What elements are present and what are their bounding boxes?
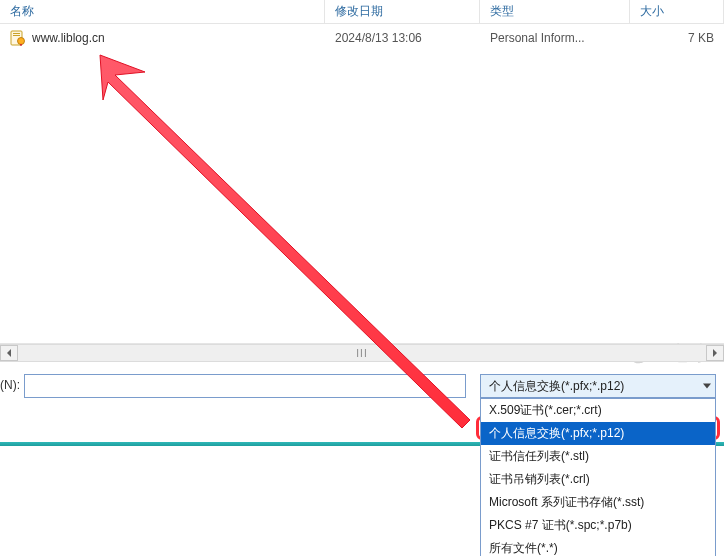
scroll-right-button[interactable] (706, 345, 724, 361)
column-header-name[interactable]: 名称 (0, 0, 325, 23)
filetype-combo-wrap: 个人信息交换(*.pfx;*.p12) X.509证书(*.cer;*.crt)… (480, 374, 716, 398)
column-header-date[interactable]: 修改日期 (325, 0, 480, 23)
filetype-combo-selected: 个人信息交换(*.pfx;*.p12) (489, 378, 624, 395)
dropdown-item[interactable]: X.509证书(*.cer;*.crt) (481, 399, 715, 422)
svg-rect-1 (13, 33, 20, 34)
file-size: 7 KB (630, 31, 724, 45)
dropdown-item[interactable]: PKCS #7 证书(*.spc;*.p7b) (481, 514, 715, 537)
dropdown-item[interactable]: 证书信任列表(*.stl) (481, 445, 715, 468)
dropdown-item[interactable]: Microsoft 系列证书存储(*.sst) (481, 491, 715, 514)
file-row[interactable]: www.liblog.cn 2024/8/13 13:06 Personal I… (0, 24, 724, 46)
filename-input[interactable] (24, 374, 466, 398)
svg-point-3 (18, 38, 25, 45)
svg-rect-2 (13, 35, 20, 36)
filename-label: (N): (0, 374, 20, 392)
certificate-file-icon (10, 30, 26, 46)
dropdown-item[interactable]: 所有文件(*.*) (481, 537, 715, 556)
file-name: www.liblog.cn (32, 31, 105, 45)
scroll-grip-icon: III (356, 348, 367, 359)
file-list-header: 名称 修改日期 类型 大小 (0, 0, 724, 24)
column-header-size[interactable]: 大小 (630, 0, 724, 23)
file-type: Personal Inform... (480, 31, 630, 45)
column-header-type[interactable]: 类型 (480, 0, 630, 23)
bottom-controls: (N): 个人信息交换(*.pfx;*.p12) X.509证书(*.cer;*… (0, 362, 724, 406)
horizontal-scrollbar[interactable]: III (0, 344, 724, 362)
chevron-down-icon (703, 384, 711, 389)
scroll-track[interactable]: III (18, 345, 706, 361)
scroll-left-button[interactable] (0, 345, 18, 361)
filetype-dropdown: X.509证书(*.cer;*.crt) 个人信息交换(*.pfx;*.p12)… (480, 398, 716, 556)
file-list-area[interactable]: www.liblog.cn 2024/8/13 13:06 Personal I… (0, 24, 724, 344)
dropdown-item[interactable]: 个人信息交换(*.pfx;*.p12) (481, 422, 715, 445)
file-date: 2024/8/13 13:06 (325, 31, 480, 45)
filetype-combo[interactable]: 个人信息交换(*.pfx;*.p12) (480, 374, 716, 398)
dropdown-item[interactable]: 证书吊销列表(*.crl) (481, 468, 715, 491)
